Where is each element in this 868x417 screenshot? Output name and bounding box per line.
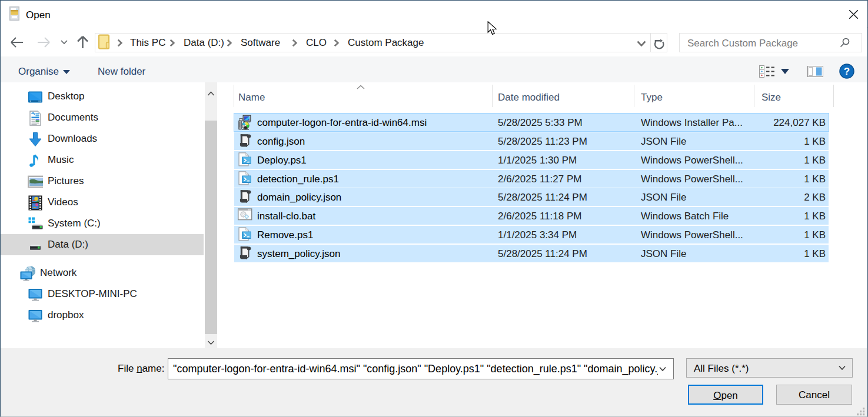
svg-text:?: ? bbox=[844, 66, 850, 77]
